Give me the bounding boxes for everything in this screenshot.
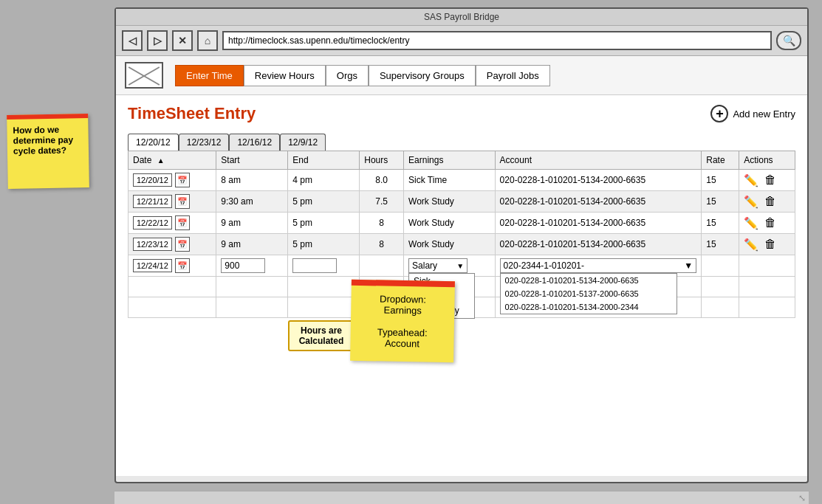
browser-toolbar: ◁ ▷ ✕ ⌂ 🔍: [116, 26, 807, 56]
cell-start-2: 9 am: [216, 213, 288, 234]
cell-rate-3: 15: [702, 234, 739, 255]
date-value-0: 12/20/12: [133, 173, 172, 187]
date-value-1: 12/21/12: [133, 195, 172, 208]
edit-icon-0[interactable]: ✏️: [744, 173, 758, 187]
start-time-input[interactable]: [221, 258, 265, 273]
sticky-note-center: Dropdown: Earnings Typeahead: Account: [350, 280, 455, 362]
calendar-icon-edit[interactable]: 📅: [175, 258, 190, 273]
edit-icon-1[interactable]: ✏️: [744, 195, 758, 209]
tab-review-hours[interactable]: Review Hours: [244, 65, 326, 86]
cell-start-edit: [216, 255, 288, 277]
cell-earnings-3: Work Study: [404, 234, 496, 255]
earnings-dropdown-container: Salary ▼ Sick Vacation Work Study: [408, 258, 490, 273]
browser-window: SAS Payroll Bridge ◁ ▷ ✕ ⌂ 🔍 Enter Time …: [114, 7, 809, 483]
home-button[interactable]: ⌂: [197, 30, 218, 51]
account-input[interactable]: 020-2344-1-010201- ▼: [500, 258, 697, 273]
add-icon: +: [710, 105, 728, 122]
cell-account-2: 020-0228-1-010201-5134-2000-6635: [495, 213, 702, 234]
cell-account-3: 020-0228-1-010201-5134-2000-6635: [495, 234, 702, 255]
dropdown-arrow-icon: ▼: [456, 262, 464, 270]
page-header: TimeSheet Entry + Add new Entry: [128, 104, 795, 123]
account-dropdown-arrow-icon: ▼: [684, 260, 693, 271]
tab-orgs[interactable]: Orgs: [326, 65, 369, 86]
account-option-1[interactable]: 020-0228-1-010201-5137-2000-6635: [501, 287, 677, 300]
sticky-center-line2: Earnings: [358, 304, 447, 317]
table-row: 12/20/12 📅 8 am 4 pm 8.0 Sick Time 020-0…: [129, 170, 795, 191]
col-header-actions: Actions: [739, 151, 795, 170]
calendar-icon-0[interactable]: 📅: [175, 173, 190, 187]
end-time-input[interactable]: [292, 258, 337, 273]
cycle-tab-0[interactable]: 12/20/12: [128, 134, 179, 151]
col-header-start: Start: [216, 151, 288, 170]
add-entry-button[interactable]: + Add new Entry: [710, 105, 795, 122]
cell-actions-edit: [739, 255, 795, 277]
cell-rate-edit: [702, 255, 739, 277]
resize-handle-icon[interactable]: ⤡: [798, 493, 806, 503]
cell-hours-2: 8: [360, 213, 404, 234]
close-button[interactable]: ✕: [172, 30, 193, 51]
sticky-note-left: How do we determine pay cycle dates?: [7, 114, 89, 189]
forward-button[interactable]: ▷: [147, 30, 168, 51]
cell-rate-2: 15: [702, 213, 739, 234]
cell-hours-3: 8: [360, 234, 404, 255]
page-content: Enter Time Review Hours Orgs Supervisory…: [116, 56, 807, 476]
cell-end-1: 5 pm: [288, 191, 360, 213]
timesheet-table: Date ▲ Start End Hours Earnings Account …: [128, 151, 795, 318]
main-area: TimeSheet Entry + Add new Entry 12/20/12…: [116, 95, 807, 327]
cell-date-2: 12/22/12 📅: [129, 213, 216, 234]
cycle-tab-2[interactable]: 12/16/12: [229, 134, 280, 151]
edit-icon-3[interactable]: ✏️: [744, 238, 758, 252]
calendar-icon-1[interactable]: 📅: [175, 194, 190, 209]
tab-supervisory-groups[interactable]: Supervisory Groups: [369, 65, 476, 86]
cycle-tab-3[interactable]: 12/9/12: [280, 134, 326, 151]
edit-icon-2[interactable]: ✏️: [744, 216, 758, 230]
delete-icon-3[interactable]: 🗑: [764, 238, 776, 251]
tab-enter-time[interactable]: Enter Time: [175, 65, 244, 86]
cell-account-0: 020-0228-1-010201-5134-2000-6635: [495, 170, 702, 191]
cycle-tab-1[interactable]: 12/23/12: [179, 134, 230, 151]
cell-hours-edit: [360, 255, 404, 277]
table-row: 12/23/12 📅 9 am 5 pm 8 Work Study 020-02…: [129, 234, 795, 255]
nav-tabs: Enter Time Review Hours Orgs Supervisory…: [175, 65, 550, 86]
search-button[interactable]: 🔍: [776, 31, 801, 50]
cell-date-0: 12/20/12 📅: [129, 170, 216, 191]
earnings-selected-value: Salary: [412, 260, 437, 271]
calendar-icon-3[interactable]: 📅: [175, 237, 190, 252]
cell-earnings-edit: Salary ▼ Sick Vacation Work Study: [404, 255, 496, 277]
account-option-0[interactable]: 020-0228-1-010201-5134-2000-6635: [501, 274, 677, 287]
sticky-note-left-text: How do we determine pay cycle dates?: [13, 125, 73, 156]
cell-end-2: 5 pm: [288, 213, 360, 234]
back-button[interactable]: ◁: [122, 30, 143, 51]
address-bar[interactable]: [222, 31, 772, 50]
col-header-earnings: Earnings: [404, 151, 496, 170]
cell-earnings-2: Work Study: [404, 213, 496, 234]
editing-row: 12/24/12 📅: [129, 255, 795, 277]
status-bar: ⤡: [114, 491, 809, 504]
table-row: 12/22/12 📅 9 am 5 pm 8 Work Study 020-02…: [129, 213, 795, 234]
col-header-rate: Rate: [702, 151, 739, 170]
col-header-date[interactable]: Date ▲: [129, 151, 216, 170]
top-navigation: Enter Time Review Hours Orgs Supervisory…: [116, 56, 807, 95]
cell-earnings-1: Work Study: [404, 191, 496, 213]
account-option-2[interactable]: 020-0228-1-010201-5134-2000-2344: [501, 300, 677, 314]
account-partial-text: 020-2344-1-010201-: [504, 260, 584, 271]
tab-payroll-jobs[interactable]: Payroll Jobs: [476, 65, 550, 86]
cell-start-1: 9:30 am: [216, 191, 288, 213]
table-row: 12/21/12 📅 9:30 am 5 pm 7.5 Work Study 0…: [129, 191, 795, 213]
account-options-list: 020-0228-1-010201-5134-2000-6635 020-022…: [500, 273, 677, 314]
delete-icon-0[interactable]: 🗑: [764, 173, 776, 187]
col-header-account: Account: [495, 151, 702, 170]
cell-actions-2: ✏️ 🗑: [739, 213, 795, 234]
earnings-select[interactable]: Salary ▼: [408, 258, 467, 273]
cell-date-edit: 12/24/12 📅: [129, 255, 216, 277]
logo: [125, 62, 163, 89]
delete-icon-2[interactable]: 🗑: [764, 216, 776, 229]
cell-end-3: 5 pm: [288, 234, 360, 255]
add-entry-label: Add new Entry: [733, 108, 795, 120]
cell-rate-1: 15: [702, 191, 739, 213]
calendar-icon-2[interactable]: 📅: [175, 215, 190, 230]
col-header-hours: Hours: [360, 151, 404, 170]
delete-icon-1[interactable]: 🗑: [764, 195, 776, 208]
cell-start-0: 8 am: [216, 170, 288, 191]
sort-arrow-date: ▲: [157, 156, 165, 165]
